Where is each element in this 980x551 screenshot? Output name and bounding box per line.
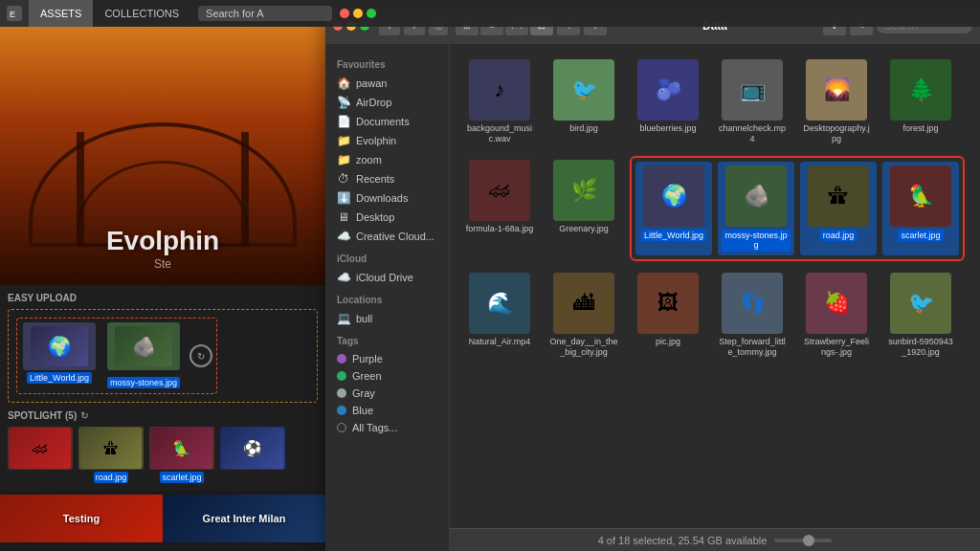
spotlight-item-scarlet[interactable]: 🦜 scarlet.jpg xyxy=(149,427,214,483)
purple-tag-dot xyxy=(337,354,346,364)
status-bar: 4 of 18 selected, 25.54 GB available xyxy=(450,528,980,551)
file-name-desktopography: Desktopography.jpg xyxy=(802,123,871,144)
file-thumb-littleworld: 🌍 xyxy=(643,165,704,227)
file-name-step: Step_forward_little_tommy.jpg xyxy=(718,337,787,358)
file-name-blueberries: blueberries.jpg xyxy=(639,123,696,134)
upload-drop-area[interactable]: 🌍 Little_World.jpg 🪨 mossy-stones.jpg ↻ xyxy=(8,309,318,403)
sidebar-locations-header: Locations xyxy=(325,287,449,309)
sidebar-item-airdrop[interactable]: 📡 AirDrop xyxy=(325,93,449,112)
file-item-bird[interactable]: 🐦 bird.jpg xyxy=(546,55,622,148)
bottom-strip: Testing Great Inter Milan xyxy=(0,495,325,542)
file-thumb-mossy: 🪨 xyxy=(725,165,787,227)
sidebar-item-zoom[interactable]: 📁 zoom xyxy=(325,150,449,169)
sidebar-tag-gray[interactable]: Gray xyxy=(325,385,449,402)
icloud-drive-icon: ☁️ xyxy=(337,271,350,284)
file-item-music[interactable]: ♪ backgound_music.wav xyxy=(461,55,538,148)
file-thumb-forest: 🌲 xyxy=(890,59,951,121)
zoom-slider[interactable] xyxy=(774,539,832,542)
file-item-channelcheck[interactable]: 📺 channelcheck.mp4 xyxy=(714,55,791,148)
sidebar-icloud-label: iCloud Drive xyxy=(356,272,413,283)
file-item-natural[interactable]: 🌊 Natural_Air.mp4 xyxy=(461,269,538,362)
spot-label-road: road.jpg xyxy=(94,472,129,483)
finder-body: Favourites 🏠 pawan 📡 AirDrop 📄 Documents… xyxy=(325,44,980,551)
upload-overlap-indicator: ↻ xyxy=(189,322,212,389)
file-thumb-bird: 🐦 xyxy=(553,59,614,121)
sidebar-item-documents[interactable]: 📄 Documents xyxy=(325,112,449,131)
file-item-oneday[interactable]: 🏙 One_day__in_the_big_city.jpg xyxy=(546,269,622,362)
sidebar-tag-all[interactable]: All Tags... xyxy=(325,419,449,436)
file-name-strawberry: Strawberry_Feelings-.jpg xyxy=(802,337,871,358)
window-controls xyxy=(340,9,376,18)
sidebar-all-tags-label: All Tags... xyxy=(352,422,398,433)
file-name-formula: formula-1-68a.jpg xyxy=(466,224,534,234)
sidebar-tag-green[interactable]: Green xyxy=(325,367,449,385)
file-item-step[interactable]: 👣 Step_forward_little_tommy.jpg xyxy=(714,269,791,362)
file-name-natural: Natural_Air.mp4 xyxy=(469,337,531,347)
spot-img-road: 🛣 xyxy=(78,427,144,470)
sidebar-item-desktop[interactable]: 🖥 Desktop xyxy=(325,208,449,227)
close-button[interactable] xyxy=(340,9,349,18)
file-name-littleworld: Little_World.jpg xyxy=(641,230,706,242)
thumb-littleworld: 🌍 xyxy=(23,322,96,370)
sidebar-item-pawan[interactable]: 🏠 pawan xyxy=(325,74,449,93)
sidebar-item-downloads[interactable]: ⬇️ Downloads xyxy=(325,188,449,208)
bull-icon: 💻 xyxy=(337,312,350,325)
file-item-mossy[interactable]: 🪨 mossy-stones.jpg xyxy=(718,162,794,256)
spotlight-item-road[interactable]: 🛣 road.jpg xyxy=(78,427,144,483)
strip-testing: Testing xyxy=(0,495,163,542)
subtitle: Ste xyxy=(154,257,171,271)
sidebar-desktop-label: Desktop xyxy=(356,211,394,223)
file-name-channelcheck: channelcheck.mp4 xyxy=(718,123,787,144)
spotlight-item-soccer[interactable]: ⚽ xyxy=(220,427,285,483)
upload-selection: 🌍 Little_World.jpg 🪨 mossy-stones.jpg ↻ xyxy=(16,318,217,394)
file-name-music: backgound_music.wav xyxy=(465,123,534,144)
upload-item-mossy[interactable]: 🪨 mossy-stones.jpg xyxy=(105,322,182,389)
sidebar-icloud-header: iCloud xyxy=(325,246,449,268)
tab-assets[interactable]: ASSETS xyxy=(29,0,93,27)
file-item-littleworld[interactable]: 🌍 Little_World.jpg xyxy=(635,162,712,256)
app-logo: E xyxy=(0,0,29,27)
sidebar-downloads-label: Downloads xyxy=(356,192,408,204)
sidebar-item-creative-cloud[interactable]: ☁️ Creative Cloud... xyxy=(325,227,449,246)
file-thumb-scarlet: 🦜 xyxy=(890,165,951,227)
creative-cloud-icon: ☁️ xyxy=(337,230,350,243)
file-item-blueberries[interactable]: 🫐 blueberries.jpg xyxy=(630,55,706,148)
left-sections-container: EASY UPLOAD 🌍 Little_World.jpg 🪨 xyxy=(0,285,325,491)
thumb-littleworld-label: Little_World.jpg xyxy=(27,372,92,384)
file-item-pic[interactable]: 🖼 pic.jpg xyxy=(630,269,706,362)
spot-img-scarlet: 🦜 xyxy=(149,427,214,470)
spotlight-thumbs-container: 🏎 🛣 road.jpg 🦜 scarlet.jpg xyxy=(8,427,318,483)
file-item-scarlet[interactable]: 🦜 scarlet.jpg xyxy=(882,162,959,256)
file-item-sunbird[interactable]: 🐦 sunbird-5950943_1920.jpg xyxy=(882,269,959,362)
file-item-road[interactable]: 🛣 road.jpg xyxy=(800,162,877,256)
sidebar-zoom-label: zoom xyxy=(356,154,382,165)
sidebar-item-recents[interactable]: ⏱ Recents xyxy=(325,169,449,188)
maximize-button[interactable] xyxy=(367,9,376,18)
upload-item-littleworld[interactable]: 🌍 Little_World.jpg xyxy=(21,322,98,389)
sidebar-tag-purple[interactable]: Purple xyxy=(325,350,449,367)
spotlight-item-f1[interactable]: 🏎 xyxy=(8,427,73,483)
sidebar-tag-blue[interactable]: Blue xyxy=(325,402,449,419)
file-item-formula[interactable]: 🏎 formula-1-68a.jpg xyxy=(461,156,538,262)
file-item-forest[interactable]: 🌲 forest.jpg xyxy=(882,55,959,148)
file-item-greenary[interactable]: 🌿 Greenary.jpg xyxy=(546,156,622,262)
svg-text:E: E xyxy=(10,10,15,19)
sidebar-item-bull[interactable]: 💻 bull xyxy=(325,309,449,328)
app-title: Evolphin xyxy=(106,226,219,256)
file-thumb-road: 🛣 xyxy=(808,165,869,227)
gray-tag-dot xyxy=(337,388,346,398)
sidebar-item-icloud-drive[interactable]: ☁️ iCloud Drive xyxy=(325,268,449,287)
file-item-desktopography[interactable]: 🌄 Desktopography.jpg xyxy=(798,55,875,148)
zoom-slider-thumb[interactable] xyxy=(803,535,814,546)
tab-collections[interactable]: COLLECTIONS xyxy=(93,0,190,27)
finder-window: ‹ › ⓘ ⊞ ≡ ⋮⋮ ⊟ ⋮ ↕ Data ⬆ ✎ Favourites 🏠… xyxy=(325,8,980,551)
sidebar-item-evolphin[interactable]: 📁 Evolphin xyxy=(325,131,449,150)
minimize-button[interactable] xyxy=(353,9,363,18)
file-thumb-pic: 🖼 xyxy=(637,273,699,334)
sidebar-cc-label: Creative Cloud... xyxy=(356,231,434,242)
file-item-strawberry[interactable]: 🍓 Strawberry_Feelings-.jpg xyxy=(798,269,875,362)
top-search-input[interactable] xyxy=(198,6,332,21)
airdrop-icon: 📡 xyxy=(337,96,350,109)
sidebar-green-label: Green xyxy=(352,370,382,382)
documents-icon: 📄 xyxy=(337,115,350,128)
